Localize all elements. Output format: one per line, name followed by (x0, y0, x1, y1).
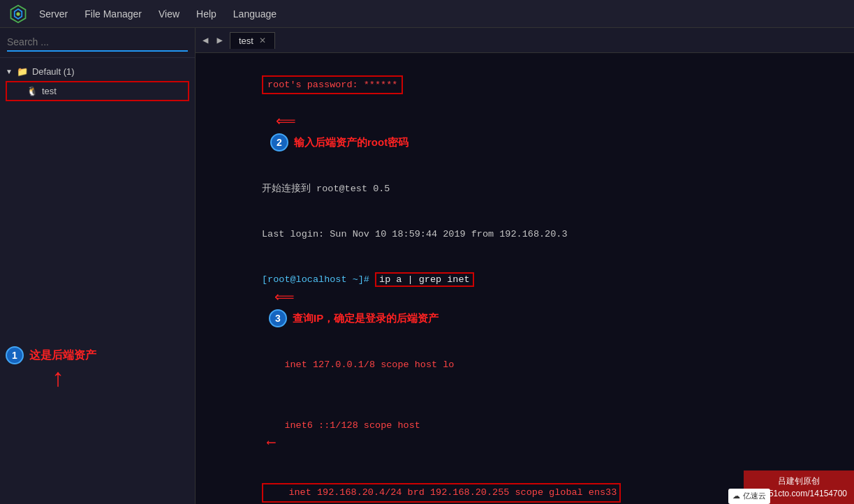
arrow-inet2: ⟵ (267, 436, 275, 450)
watermark-line1: 吕建钊原创 (751, 475, 847, 487)
tab-bar: ◀ ▶ test ✕ (196, 28, 854, 53)
sidebar-item-label: test (42, 86, 57, 96)
svg-point-2 (16, 12, 20, 15)
menu-file-manager[interactable]: File Manager (84, 8, 142, 20)
annotation-text-2: 输入后端资产的root密码 (294, 134, 408, 151)
sidebar-content: ▼ 📁 Default (1) 🐧 test 1 这是后端资产 ↑ (0, 58, 195, 504)
terminal-body: root's password: ****** ⟸ 2 输入后端资产的root密… (205, 60, 844, 504)
annotation-text-1: 这是后端资产 (29, 348, 96, 363)
inet3-box: inet 192.168.20.4/24 brd 192.168.20.255 … (262, 483, 621, 503)
circle-num-3: 3 (269, 309, 287, 327)
cmd-box: ip a | grep inet (375, 272, 474, 287)
circle-num-1: 1 (6, 346, 24, 364)
search-bar (0, 28, 195, 58)
yisu-label: 亿速云 (743, 490, 766, 503)
menu-help[interactable]: Help (196, 8, 216, 20)
search-input[interactable] (7, 34, 188, 52)
yisu-badge: ☁ 亿速云 (728, 489, 770, 504)
menu-server[interactable]: Server (39, 8, 68, 20)
terminal-pwd-line: root's password: ****** ⟸ 2 输入后端资产的root密… (205, 60, 844, 166)
main-layout: ▼ 📁 Default (1) 🐧 test 1 这是后端资产 ↑ ◀ (0, 28, 854, 504)
content-area: ◀ ▶ test ✕ root's password: ****** ⟸ 2 输… (196, 28, 854, 504)
terminal-inet1: inet 127.0.0.1/8 scope host lo (205, 343, 844, 388)
annotation-text-3: 查询IP，确定是登录的后端资产 (293, 310, 439, 327)
annotation-2-inline: 2 输入后端资产的root密码 (270, 133, 408, 151)
tab-nav-right[interactable]: ▶ (212, 34, 226, 46)
pwd-box: root's password: ****** (262, 75, 403, 95)
sidebar-item-test[interactable]: 🐧 test (6, 81, 189, 101)
arrow-up-1: ↑ (20, 367, 96, 392)
menubar: Server File Manager View Help Language (0, 0, 854, 28)
sidebar-group-default[interactable]: ▼ 📁 Default (1) (0, 64, 195, 80)
terminal-line3: [root@localhost ~]# ip a | grep inet ⟸ 3… (205, 257, 844, 343)
menu-view[interactable]: View (159, 8, 179, 20)
annotation-1-group: 1 这是后端资产 ↑ (6, 346, 96, 392)
sidebar: ▼ 📁 Default (1) 🐧 test 1 这是后端资产 ↑ (0, 28, 196, 504)
menu-language[interactable]: Language (233, 8, 277, 20)
terminal-line1: 开始连接到 root@test 0.5 (205, 166, 844, 212)
folder-icon: 📁 (17, 66, 28, 77)
menu-items: Server File Manager View Help Language (39, 8, 277, 20)
terminal-line2: Last login: Sun Nov 10 18:59:44 2019 fro… (205, 212, 844, 257)
circle-num-2: 2 (270, 133, 288, 151)
terminal-inet2: inet6 ::1/128 scope host ⟵ (205, 388, 844, 468)
arrow-right-3: ⟸ (274, 290, 295, 306)
host-icon: 🐧 (27, 86, 38, 96)
tab-test[interactable]: test ✕ (230, 32, 275, 49)
annotation-3-inline: 3 查询IP，确定是登录的后端资产 (269, 309, 439, 327)
collapse-arrow: ▼ (6, 68, 13, 75)
tab-label: test (239, 36, 253, 46)
terminal[interactable]: root's password: ****** ⟸ 2 输入后端资产的root密… (196, 53, 854, 504)
yisu-icon: ☁ (732, 490, 740, 503)
app-logo (7, 3, 29, 25)
tab-nav-left[interactable]: ◀ (198, 34, 212, 46)
arrow-right-2: ⟸ (276, 114, 296, 130)
tab-close[interactable]: ✕ (259, 36, 266, 45)
sidebar-group-label: Default (1) (32, 66, 75, 77)
